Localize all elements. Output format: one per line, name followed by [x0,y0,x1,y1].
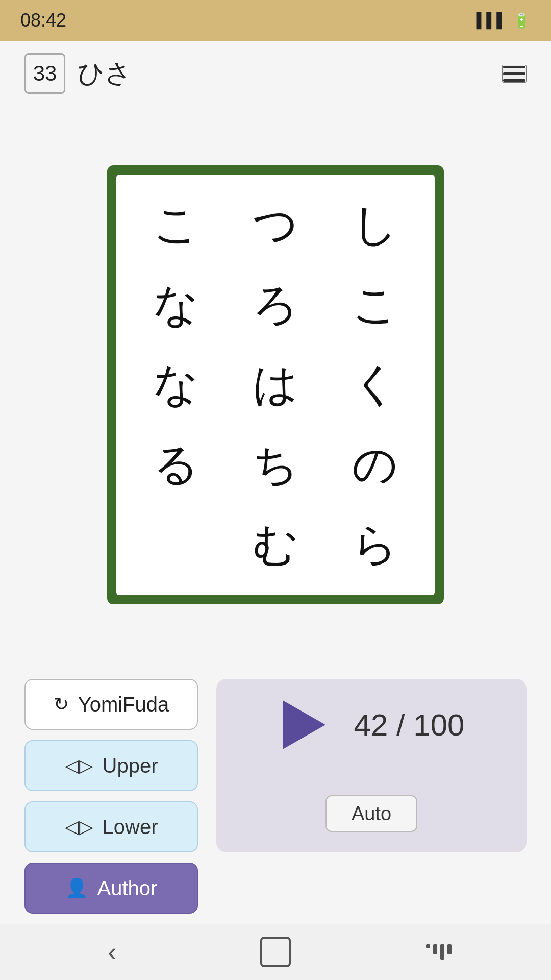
poem-char: つ [226,185,325,265]
card-area: し つ こ こ ろ な く は な の ち る ら む [0,106,551,664]
author-label: Author [97,877,158,900]
poem-char: む [226,505,325,585]
poem-char: ら [325,505,424,585]
nav-back-button[interactable]: ‹ [82,932,143,972]
menu-line-3 [503,79,525,82]
bottom-controls: ↻ YomiFuda ◁▷ Upper ◁▷ Lower 👤 Author [0,664,551,924]
poem-char: こ [127,185,226,265]
author-button[interactable]: 👤 Author [24,863,198,914]
poem-char: ろ [226,265,325,345]
lower-label: Lower [103,816,158,839]
menu-line-2 [503,72,525,75]
poem-char: く [325,345,424,425]
author-icon: 👤 [65,877,88,899]
card-inner: し つ こ こ ろ な く は な の ち る ら む [116,175,435,595]
yomifuda-label: YomiFuda [78,693,169,716]
nav-recent-button[interactable] [408,932,469,972]
upper-label: Upper [103,754,158,777]
signal-icon: ▌▌▌ [476,12,507,29]
progress-text: 42 / 100 [354,707,465,743]
play-button[interactable] [279,699,330,750]
poem-char: の [325,425,424,505]
lower-icon: ◁▷ [65,816,93,838]
poem-char: な [127,345,226,425]
play-triangle-icon [283,700,325,749]
poem-char: な [127,265,226,345]
status-icons: ▌▌▌ 🔋 [476,12,531,29]
card-outer: し つ こ こ ろ な く は な の ち る ら む [107,165,444,604]
status-bar: 08:42 ▌▌▌ 🔋 [0,0,551,41]
battery-icon: 🔋 [513,12,531,29]
upper-button[interactable]: ◁▷ Upper [24,740,198,791]
player-top: 42 / 100 [235,699,508,750]
auto-button[interactable]: Auto [325,795,417,832]
upper-icon: ◁▷ [65,755,93,776]
left-buttons: ↻ YomiFuda ◁▷ Upper ◁▷ Lower 👤 Author [24,679,198,914]
status-time: 08:42 [20,10,66,31]
poem-char: ち [226,425,325,505]
menu-line-1 [503,66,525,68]
header-title: ひさ [78,56,132,91]
auto-label: Auto [352,803,391,825]
card-number: 33 [33,61,57,86]
app-container: 33 ひさ し つ こ こ ろ な [0,41,551,980]
poem-char: は [226,345,325,425]
yomifuda-icon: ↻ [54,694,69,715]
lower-button[interactable]: ◁▷ Lower [24,801,198,852]
nav-home-button[interactable] [245,932,306,972]
nav-back-icon: ‹ [108,937,116,967]
player-area: 42 / 100 Auto [216,679,527,852]
yomifuda-button[interactable]: ↻ YomiFuda [24,679,198,730]
menu-button[interactable] [502,65,527,83]
nav-home-icon [260,937,291,967]
poem-char: こ [325,265,424,345]
nav-recent-icon [426,944,452,960]
poem-char: る [127,425,226,505]
poem-char: し [325,185,424,265]
card-number-box: 33 [24,53,65,94]
poem-text: し つ こ こ ろ な く は な の ち る ら む [127,185,424,585]
header: 33 ひさ [0,41,551,106]
nav-bar: ‹ [0,924,551,980]
header-left: 33 ひさ [24,53,132,94]
